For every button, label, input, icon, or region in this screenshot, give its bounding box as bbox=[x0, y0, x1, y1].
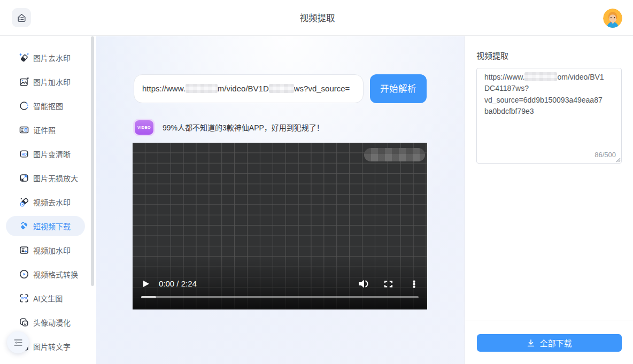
svg-text:8: 8 bbox=[25, 128, 27, 131]
svg-text:HD: HD bbox=[21, 152, 27, 156]
svg-text:OCR: OCR bbox=[21, 297, 27, 300]
